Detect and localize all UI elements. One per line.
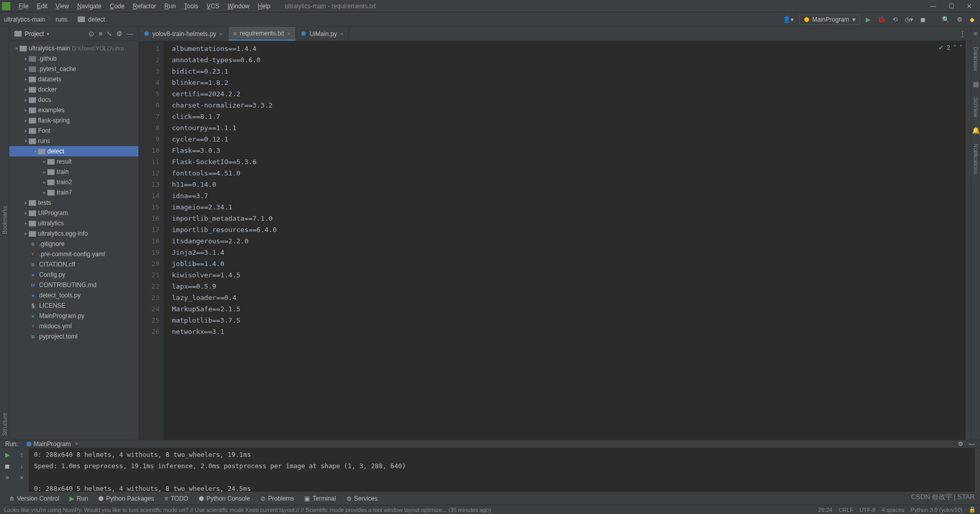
tree-item-pyproject-toml[interactable]: pyproject.toml (9, 331, 138, 342)
tree-item-ultralytics-egg-info[interactable]: ultralytics.egg-info (9, 228, 138, 239)
tree-item-docs[interactable]: docs (9, 95, 138, 105)
profile-button[interactable]: ◷▾ (903, 16, 915, 23)
more-icon[interactable]: » (6, 474, 9, 481)
breadcrumb-item[interactable]: detect (88, 16, 105, 23)
rerun-button[interactable]: ▶ (5, 451, 10, 458)
status-encoding[interactable]: UTF-8 (860, 507, 876, 513)
tree-item-detect[interactable]: detect (9, 146, 138, 156)
debug-button[interactable]: 🐞 (876, 16, 887, 23)
menu-edit[interactable]: Edit (32, 3, 51, 10)
run-config-selector[interactable]: ⬢ MainProgram ▾ (799, 14, 860, 25)
settings-icon[interactable]: ⚙ (955, 16, 964, 23)
menu-code[interactable]: Code (106, 3, 129, 10)
menu-navigate[interactable]: Navigate (73, 3, 106, 10)
tree-item-datasets[interactable]: datasets (9, 74, 138, 84)
tab-uimain-py[interactable]: ⬢UiMain.py× (296, 27, 349, 41)
bottom-tab-terminal[interactable]: ▣Terminal (299, 495, 341, 502)
tree-item-font[interactable]: Font (9, 126, 138, 136)
search-icon[interactable]: 🔍 (940, 16, 951, 23)
gear-icon[interactable]: ⚙ (958, 440, 964, 448)
status-caret-pos[interactable]: 26:24 (818, 507, 833, 513)
code-editor[interactable]: albumentations==1.4.4annotated-types==0.… (164, 41, 966, 440)
tree-item-train2[interactable]: train2 (9, 177, 138, 187)
collapse-all-icon[interactable]: ⤡ (107, 30, 112, 38)
select-opened-file-icon[interactable]: ⊙ (89, 30, 94, 38)
notifications-tab[interactable]: Notifications (973, 144, 979, 174)
run-scrollbar[interactable] (975, 448, 980, 495)
inspection-widget[interactable]: ✔ 2 ˄ ˅ (938, 44, 962, 51)
down-icon[interactable]: ↓ (20, 463, 23, 470)
bottom-tab-problems[interactable]: ⊘Problems (255, 495, 300, 502)
tree-item-citation-cff[interactable]: CITATION.cff (9, 259, 138, 270)
run-output[interactable]: 0: 288x640 8 helmets, 4 withouts, 8 two_… (29, 448, 975, 495)
bookmarks-stripe[interactable]: Bookmarks (2, 206, 8, 234)
status-indent[interactable]: 4 spaces (882, 507, 904, 513)
user-icon[interactable]: 👤▾ (781, 16, 795, 23)
bottom-tab-services[interactable]: ⊚Services (341, 495, 383, 502)
bottom-tab-todo[interactable]: ≡TODO (159, 495, 193, 502)
up-icon[interactable]: ↑ (20, 451, 23, 458)
menu-help[interactable]: Help (254, 3, 275, 10)
tabs-more[interactable]: ⋮ (954, 27, 971, 41)
status-message[interactable]: Looks like you're using NumPy. Would you… (4, 507, 491, 513)
tree-root[interactable]: ultralytics-mainD:\Users\YOLO\ultra (9, 43, 138, 54)
menu-run[interactable]: Run (160, 3, 180, 10)
notifications-icon[interactable]: 🔔 (972, 127, 980, 134)
tree-item-flask-spring[interactable]: flask-spring (9, 115, 138, 126)
menu-window[interactable]: Window (223, 3, 254, 10)
lock-icon[interactable]: 🔒 (969, 506, 976, 513)
bottom-tab-run[interactable]: ▶Run (64, 495, 93, 502)
bottom-tab-python-packages[interactable]: ⬢Python Packages (93, 495, 159, 502)
minimize-button[interactable]: — (924, 3, 942, 10)
toolbox-icon[interactable]: ◆ (968, 16, 976, 23)
hide-icon[interactable]: — (969, 440, 975, 448)
tree-item--pre-commit-config-yaml[interactable]: .pre-commit-config.yaml (9, 249, 138, 259)
down-icon[interactable]: ˅ (959, 44, 962, 51)
tree-item-examples[interactable]: examples (9, 105, 138, 115)
tree-item-license[interactable]: LICENSE (9, 300, 138, 311)
tab-yolov8-train-helmets-py[interactable]: ⬢yolov8-train-helmets.py× (139, 27, 229, 41)
tree-item-detect-tools-py[interactable]: detect_tools.py (9, 290, 138, 300)
tree-item-train[interactable]: train (9, 167, 138, 177)
tree-item-runs[interactable]: runs (9, 136, 138, 146)
menu-tools[interactable]: Tools (180, 3, 202, 10)
editor-scrollbar[interactable] (966, 41, 971, 440)
close-icon[interactable]: × (219, 31, 222, 37)
tree-item--gitignore[interactable]: .gitignore (9, 239, 138, 249)
database-icon[interactable]: ≡ (974, 30, 978, 38)
tree-item-docker[interactable]: docker (9, 84, 138, 95)
expand-all-icon[interactable]: ≡ (98, 30, 102, 38)
status-interpreter[interactable]: Python 3.9 (yolov10) (911, 507, 962, 513)
tree-item-ultralytics[interactable]: ultralytics (9, 218, 138, 228)
project-tree[interactable]: ultralytics-mainD:\Users\YOLO\ultra.gith… (9, 41, 138, 440)
up-icon[interactable]: ˄ (953, 44, 956, 51)
coverage-button[interactable]: ⟲ (891, 16, 899, 23)
more-icon[interactable]: » (20, 474, 24, 481)
bottom-tab-version-control[interactable]: ⋔Version Control (4, 495, 64, 502)
breadcrumb-item[interactable]: ultralytics-main (4, 16, 45, 23)
status-line-sep[interactable]: CRLF (838, 507, 853, 513)
maximize-button[interactable]: ☐ (942, 3, 960, 10)
menu-refactor[interactable]: Refactor (129, 3, 160, 10)
breadcrumb-item[interactable]: runs (56, 16, 67, 23)
tab-requirements-txt[interactable]: ≡requirements.txt× (229, 27, 296, 41)
tree-item-contributing-md[interactable]: CONTRIBUTING.md (9, 280, 138, 290)
gear-icon[interactable]: ⚙ (116, 30, 122, 38)
close-icon[interactable]: × (75, 440, 78, 448)
bottom-tab-python-console[interactable]: ⬢Python Console (194, 495, 255, 502)
menu-view[interactable]: View (51, 3, 73, 10)
tree-item-uiprogram[interactable]: UIProgram (9, 208, 138, 218)
tree-item-mainprogram-py[interactable]: MainProgram.py (9, 311, 138, 321)
close-icon[interactable]: × (340, 31, 343, 37)
menu-file[interactable]: File (14, 3, 32, 10)
tree-item-tests[interactable]: tests (9, 198, 138, 208)
run-tab[interactable]: ⬢ MainProgram × (23, 440, 81, 448)
stop-button[interactable]: ◼ (919, 16, 927, 23)
menu-vcs[interactable]: VCS (202, 3, 223, 10)
sciview-tab[interactable]: SciView (973, 97, 979, 117)
hide-icon[interactable]: — (127, 30, 133, 38)
breadcrumb[interactable]: ultralytics-main 〉 runs 〉 detect (4, 15, 105, 24)
tree-item-mkdocs-yml[interactable]: mkdocs.yml (9, 321, 138, 331)
tree-item-config-py[interactable]: Config.py (9, 270, 138, 280)
close-button[interactable]: ✕ (960, 3, 978, 10)
